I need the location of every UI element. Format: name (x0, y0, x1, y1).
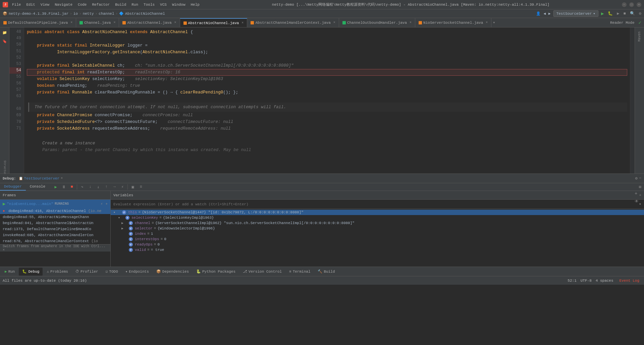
tab-channeloutboundhandler[interactable]: ChannelOutboundHandler.java × (339, 18, 415, 27)
right-scrollbar[interactable] (630, 27, 635, 174)
tab-channel[interactable]: Channel.java × (76, 18, 119, 27)
var-item-interestops[interactable]: ▶ f interestOps = 0 (111, 236, 644, 242)
var-item-this[interactable]: ▾ f this = {NioServerSocketChannel@1447}… (111, 210, 644, 215)
tab-close[interactable]: × (333, 21, 335, 24)
position-indicator[interactable]: 52:1 (568, 279, 576, 283)
reader-mode-button[interactable]: Reader Mode (610, 21, 639, 25)
menu-edit[interactable]: Edit (26, 3, 35, 7)
more-tabs-button[interactable]: ▾ (493, 20, 495, 25)
tab-nioserversocketchannel[interactable]: NioServerSocketChannel.java × (415, 18, 491, 27)
expand-icon[interactable]: ▶ (121, 221, 125, 225)
event-log-button[interactable]: Event Log (618, 278, 641, 283)
force-step-into-button[interactable]: ⇓ (95, 183, 102, 191)
sidebar-icon-structure[interactable]: Structure (1, 165, 8, 172)
tab-close[interactable]: × (241, 21, 244, 25)
encoding-indicator[interactable]: UTF-8 (581, 279, 592, 283)
tab-todo[interactable]: ☑ TODO (102, 268, 121, 276)
maven-panel-tab[interactable]: Maven (636, 29, 643, 44)
var-item-selector[interactable]: ▶ f selector = {WindowsSelectorImpl@1996… (111, 226, 644, 231)
step-into-button[interactable]: ↓ (87, 183, 94, 191)
run-config-dropdown-icon[interactable]: ▾ (593, 11, 595, 16)
step-over-button[interactable]: ↷ (78, 183, 86, 191)
menu-bar[interactable]: File Edit View Navigate Code Refactor Bu… (12, 3, 200, 7)
debug-close-icon[interactable]: × (61, 177, 63, 180)
breadcrumb-part-3[interactable]: netty (83, 12, 94, 16)
back-button[interactable]: ◀ (543, 11, 546, 16)
tab-dependencies[interactable]: 📦 Dependencies (153, 268, 192, 276)
search-button[interactable]: 🔍 (630, 11, 635, 16)
menu-run[interactable]: Run (131, 3, 138, 7)
forward-button[interactable]: ▶ (548, 11, 551, 16)
run-to-cursor-button[interactable]: → (111, 183, 118, 191)
settings-debug-button[interactable]: ≡ (137, 183, 145, 191)
tab-terminal[interactable]: ≡ Terminal (286, 268, 314, 276)
debug-collapse-button[interactable]: − (639, 176, 641, 181)
expand-icon[interactable]: ▾ (113, 210, 117, 214)
debug-expand-button[interactable]: ⊞ (639, 185, 641, 190)
coverage-button[interactable]: ▶ (617, 11, 619, 16)
tab-version-control[interactable]: ⎇ Version Control (239, 268, 285, 276)
menu-code[interactable]: Code (78, 3, 87, 7)
window-controls[interactable]: − □ × (622, 2, 641, 7)
code-editor[interactable]: 48 49 50 51 52 53 54 55 56 57 63 68 69 7… (9, 27, 635, 174)
evaluate-button[interactable]: ⚡ (119, 183, 126, 191)
debug-session-label[interactable]: TestSourceServer (24, 177, 60, 181)
var-item-readyops[interactable]: ▶ f readyOps = 0 (111, 242, 644, 247)
menu-build[interactable]: Build (115, 3, 126, 7)
menu-refactor[interactable]: Refactor (92, 3, 110, 7)
indent-indicator[interactable]: 4 spaces (596, 279, 613, 283)
close-button[interactable]: × (637, 2, 641, 7)
sidebar-icon-project[interactable]: 📁 (1, 29, 8, 36)
tab-close[interactable]: × (486, 21, 488, 24)
breadcrumb-part-2[interactable]: io (73, 12, 78, 16)
stop-button[interactable]: ■ (624, 11, 626, 16)
console-tab[interactable]: Console (26, 183, 49, 191)
tab-close[interactable]: × (113, 21, 115, 24)
sidebar-icon-bookmark[interactable]: 🔖 (1, 38, 8, 45)
eval-bar[interactable]: ▾ (111, 200, 644, 209)
tab-close[interactable]: × (410, 21, 412, 24)
frame-item-5[interactable]: read:670, AbstractChannelHandlerContext … (0, 238, 110, 244)
breadcrumb-part-6[interactable]: AbstractNioChannel (125, 12, 165, 16)
breadcrumb-part-1[interactable]: netty-demo-4.1.39.Final.jar (9, 12, 68, 16)
minimize-button[interactable]: − (622, 2, 627, 7)
tab-close[interactable]: × (70, 21, 72, 24)
debug-button[interactable]: 🐛 (608, 11, 613, 16)
tab-profiler[interactable]: ⏱ Profiler (72, 268, 102, 276)
settings-button[interactable]: ⚙ (639, 11, 641, 16)
code-content[interactable]: public abstract class AbstractNioChannel… (24, 27, 630, 174)
menu-help[interactable]: Help (191, 3, 200, 7)
menu-window[interactable]: Window (172, 3, 185, 7)
add-watch-button[interactable]: + (639, 193, 641, 197)
tab-endpoints[interactable]: ✦ Endpoints (122, 268, 152, 276)
frame-item-3[interactable]: read:1373, DefaultChannelPipeline$HeadCo (0, 226, 110, 232)
tab-abstractchannelhandlercontext[interactable]: AbstractChannelHandlerContext.java × (247, 18, 339, 27)
menu-vcs[interactable]: VCS (160, 3, 167, 7)
tab-problems[interactable]: ⚠ Problems (43, 268, 71, 276)
menu-file[interactable]: File (12, 3, 21, 7)
breadcrumb-part-4[interactable]: channel (99, 12, 114, 16)
view-as-button[interactable]: 👁 (635, 199, 639, 204)
expand-icon[interactable]: ▾ (118, 216, 121, 220)
frame-item-0[interactable]: ● doBeginRead:416, AbstractNioChannel {i… (0, 208, 110, 214)
var-item-index[interactable]: ▶ f index = 1 (111, 231, 644, 236)
tab-abstractchannel[interactable]: AbstractChannel.java × (119, 18, 180, 27)
add-to-watches-button[interactable]: + (635, 191, 639, 196)
frame-item-2[interactable]: beginRead:841, AbstractChannel$AbstractU… (0, 220, 110, 226)
tab-defaultchannelpipeline[interactable]: DefaultChannelPipeline.java × (0, 18, 76, 27)
breadcrumb-part-5[interactable]: 🔷 (119, 11, 124, 16)
tab-python-packages[interactable]: 🐍 Python Packages (193, 268, 239, 276)
tab-abstractniochannel[interactable]: AbstractNioChannel.java × (180, 18, 248, 27)
var-item-channel[interactable]: ▶ f channel = {ServerSocketChannelImpl@1… (111, 220, 644, 226)
maximize-button[interactable]: □ (629, 2, 634, 7)
expand-icon[interactable]: ▶ (121, 226, 125, 230)
eval-expand-button[interactable]: ▾ (639, 202, 641, 207)
menu-navigate[interactable]: Navigate (55, 3, 72, 7)
run-button[interactable]: ▶ (601, 11, 604, 16)
tab-run[interactable]: ▶ Run (1, 268, 18, 276)
frame-item-1[interactable]: doBeginRead:55, AbstractNioMessageChann (0, 214, 110, 220)
eval-input[interactable] (113, 202, 638, 206)
menu-tools[interactable]: Tools (144, 3, 155, 7)
tab-close[interactable]: × (174, 21, 176, 24)
resume-button[interactable]: ▶ (52, 183, 59, 191)
